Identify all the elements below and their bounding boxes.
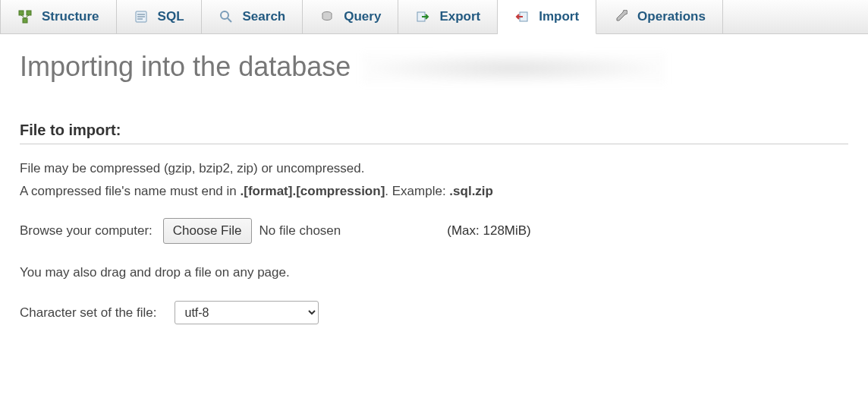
tab-label: Search [243, 9, 286, 24]
drag-drop-note: You may also drag and drop a file on any… [20, 262, 848, 283]
tabs-bar: Structure SQL Search Query Export Import [0, 0, 868, 34]
tab-label: Operations [637, 9, 706, 24]
tab-structure[interactable]: Structure [0, 0, 117, 33]
desc-line-1: File may be compressed (gzip, bzip2, zip… [20, 158, 848, 179]
structure-icon [17, 9, 33, 24]
svg-line-3 [21, 15, 25, 18]
database-name-redacted [362, 53, 665, 84]
tab-operations[interactable]: Operations [596, 0, 723, 33]
tab-label: Export [439, 9, 480, 24]
svg-rect-1 [27, 11, 31, 15]
main-content: Importing into the database File to impo… [0, 34, 868, 341]
tab-label: Import [539, 9, 579, 24]
svg-line-10 [228, 18, 231, 22]
browse-label: Browse your computer: [20, 223, 153, 239]
tab-label: SQL [158, 9, 184, 24]
search-icon [219, 9, 234, 24]
tab-query[interactable]: Query [303, 0, 398, 33]
operations-icon [613, 9, 628, 24]
charset-row: Character set of the file: utf-8 [20, 301, 848, 324]
desc-line-2: A compressed file's name must end in .[f… [20, 181, 848, 201]
charset-select[interactable]: utf-8 [175, 301, 319, 324]
svg-rect-2 [23, 18, 27, 23]
sql-icon [134, 9, 149, 24]
file-import-section: File to import: File may be compressed (… [20, 122, 848, 324]
svg-rect-0 [19, 11, 24, 15]
section-title: File to import: [20, 122, 848, 144]
max-size-text: (Max: 128MiB) [447, 223, 531, 239]
svg-line-4 [25, 15, 29, 18]
charset-label: Character set of the file: [20, 305, 156, 321]
page-title: Importing into the database [20, 51, 848, 84]
tab-sql[interactable]: SQL [117, 0, 202, 33]
tab-export[interactable]: Export [398, 0, 498, 33]
heading-prefix: Importing into the database [20, 51, 358, 82]
choose-file-button[interactable]: Choose File [163, 218, 252, 244]
export-icon [415, 9, 430, 24]
query-icon [319, 9, 335, 24]
svg-point-9 [221, 11, 228, 19]
tab-import[interactable]: Import [498, 0, 596, 34]
import-icon [514, 9, 530, 24]
tab-label: Query [344, 9, 381, 24]
no-file-chosen-text: No file chosen [259, 223, 341, 239]
tab-label: Structure [42, 9, 99, 24]
browse-row: Browse your computer: Choose File No fil… [20, 218, 848, 244]
tab-search[interactable]: Search [202, 0, 303, 33]
